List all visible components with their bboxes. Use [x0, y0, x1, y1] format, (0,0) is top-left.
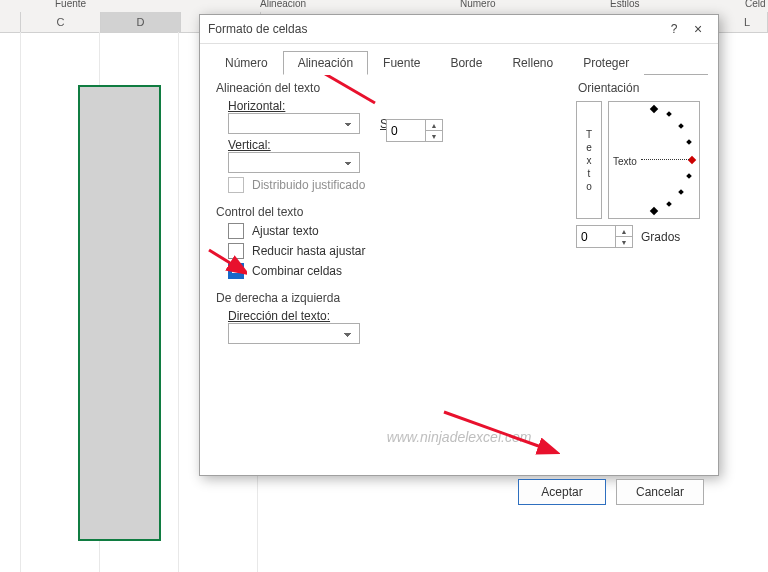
dialog-button-bar: Aceptar Cancelar — [200, 469, 718, 515]
group-legend: De derecha a izquierda — [214, 291, 342, 305]
dialog-titlebar[interactable]: Formato de celdas ? × — [200, 15, 718, 44]
ribbon-group-label: Estilos — [610, 0, 639, 9]
ok-button[interactable]: Aceptar — [518, 479, 606, 505]
format-cells-dialog: Formato de celdas ? × Número Alineación … — [199, 14, 719, 476]
tab-relleno[interactable]: Relleno — [497, 51, 568, 75]
tab-numero[interactable]: Número — [210, 51, 283, 75]
ribbon-group-label: Celd — [745, 0, 766, 9]
dist-justified-checkbox — [228, 177, 244, 193]
group-legend: Alineación del texto — [214, 81, 322, 95]
vertical-label: Vertical: — [228, 138, 271, 152]
dialog-title: Formato de celdas — [208, 22, 662, 36]
spinner-down-icon[interactable]: ▼ — [616, 237, 632, 247]
cancel-button[interactable]: Cancelar — [616, 479, 704, 505]
horizontal-label: Horizontal: — [228, 99, 285, 113]
close-button[interactable]: × — [686, 21, 710, 37]
group-alineacion-texto: Alineación del texto Horizontal: Sangría… — [214, 81, 554, 197]
vertical-text-preview[interactable]: Texto — [576, 101, 602, 219]
dist-justified-label: Distribuido justificado — [252, 178, 365, 192]
group-control-texto: Control del texto Ajustar texto Reducir … — [214, 205, 554, 283]
tab-borde[interactable]: Borde — [435, 51, 497, 75]
tab-alineacion[interactable]: Alineación — [283, 51, 368, 75]
group-legend: Orientación — [576, 81, 641, 95]
merge-cells-checkbox[interactable] — [228, 263, 244, 279]
degrees-input[interactable] — [577, 226, 615, 247]
group-legend: Control del texto — [214, 205, 305, 219]
dialog-tabs: Número Alineación Fuente Borde Relleno P… — [200, 44, 718, 74]
ribbon-group-label: Alineacion — [260, 0, 306, 9]
shrink-fit-label: Reducir hasta ajustar — [252, 244, 365, 258]
degrees-label: Grados — [641, 230, 680, 244]
col-header[interactable]: C — [21, 12, 101, 32]
col-header[interactable]: D — [101, 12, 181, 32]
tab-proteger[interactable]: Proteger — [568, 51, 644, 75]
spinner-up-icon[interactable]: ▲ — [426, 120, 442, 131]
horizontal-select[interactable] — [228, 113, 360, 134]
ribbon-group-label: Fuente — [55, 0, 86, 9]
tab-fuente[interactable]: Fuente — [368, 51, 435, 75]
group-orientacion: Orientación Texto Texto — [576, 81, 704, 260]
group-rtl: De derecha a izquierda Dirección del tex… — [214, 291, 554, 348]
merge-cells-label: Combinar celdas — [252, 264, 342, 278]
ribbon-group-label: Numero — [460, 0, 496, 9]
orientation-dial[interactable]: Texto — [608, 101, 700, 219]
selection-box — [78, 85, 161, 541]
sangria-spinner[interactable]: ▲▼ — [386, 119, 443, 142]
shrink-fit-checkbox[interactable] — [228, 243, 244, 259]
sangria-input[interactable] — [387, 120, 425, 141]
help-button[interactable]: ? — [662, 22, 686, 36]
spinner-up-icon[interactable]: ▲ — [616, 226, 632, 237]
col-header[interactable]: L — [727, 12, 768, 32]
text-direction-select[interactable]: Contexto — [228, 323, 360, 344]
wrap-text-checkbox[interactable] — [228, 223, 244, 239]
watermark-text: www.ninjadelexcel.com — [200, 429, 718, 445]
wrap-text-label: Ajustar texto — [252, 224, 319, 238]
text-direction-label: Dirección del texto: — [228, 309, 330, 323]
spinner-down-icon[interactable]: ▼ — [426, 131, 442, 141]
vertical-select[interactable]: Inferior — [228, 152, 360, 173]
degrees-spinner[interactable]: ▲▼ — [576, 225, 633, 248]
